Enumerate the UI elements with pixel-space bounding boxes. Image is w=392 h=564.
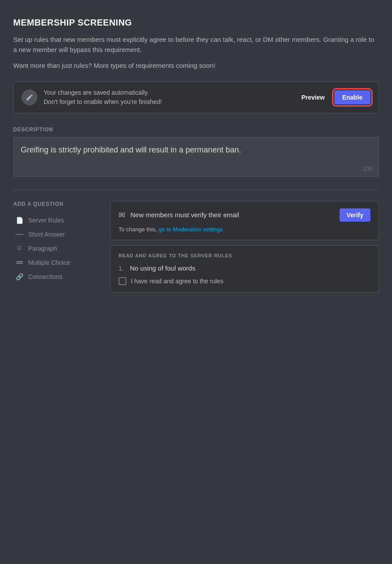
divider <box>13 190 379 190</box>
email-icon: ✉ <box>118 210 125 220</box>
connections-icon: 🔗 <box>15 272 24 281</box>
question-type-server-rules[interactable]: 📄 Server Rules <box>13 213 101 227</box>
question-type-short-answer[interactable]: — Short Answer <box>13 227 101 241</box>
char-count: 233 <box>363 166 372 172</box>
question-type-multiple-choice[interactable]: ≔ Multiple Choice <box>13 256 101 270</box>
verify-email-panel: ✉ New members must verify their email Ve… <box>110 201 379 240</box>
add-question-label: ADD A QUESTION <box>13 201 101 207</box>
pencil-svg <box>26 93 33 101</box>
preview-button[interactable]: Preview <box>297 91 329 104</box>
server-rules-title: READ AND AGREE TO THE SERVER RULES <box>118 253 370 258</box>
short-answer-icon: — <box>15 230 24 239</box>
server-rules-icon: 📄 <box>15 216 24 225</box>
server-rules-label: Server Rules <box>28 217 64 224</box>
question-type-connections[interactable]: 🔗 Connections <box>13 270 101 284</box>
agree-checkbox[interactable] <box>118 277 126 285</box>
question-types-panel: ADD A QUESTION 📄 Server Rules — Short An… <box>13 201 101 284</box>
rule-text-1: No using of foul words <box>130 264 195 272</box>
question-panels: ✉ New members must verify their email Ve… <box>110 201 379 293</box>
autosave-actions: Preview Enable <box>297 90 370 104</box>
verify-row: ✉ New members must verify their email Ve… <box>118 208 370 222</box>
rule-item-1: 1. No using of foul words <box>118 264 370 272</box>
autosave-text: Your changes are saved automatically. Do… <box>44 88 162 107</box>
pencil-icon <box>22 89 37 105</box>
add-question-section: ADD A QUESTION 📄 Server Rules — Short An… <box>13 201 379 293</box>
multiple-choice-icon: ≔ <box>15 258 24 267</box>
verify-sub: To change this, go to Moderation setting… <box>118 226 370 233</box>
verify-button[interactable]: Verify <box>340 208 370 222</box>
short-answer-label: Short Answer <box>28 231 65 238</box>
verify-text: New members must verify their email <box>130 211 239 219</box>
multiple-choice-label: Multiple Choice <box>28 259 70 266</box>
moderation-settings-link[interactable]: go to Moderation settings <box>159 226 223 233</box>
description-value: Greifing is strictly prohibited and will… <box>21 145 371 156</box>
page-title: MEMBERSHIP SCREENING <box>13 18 379 28</box>
description-paragraph-1: Set up rules that new members must expli… <box>13 35 379 55</box>
paragraph-label: Paragraph <box>28 245 57 252</box>
paragraph-icon: ≡ <box>15 244 24 253</box>
agree-row: I have read and agree to the rules <box>118 277 370 285</box>
rule-number-1: 1. <box>118 264 126 272</box>
verify-sub-text-before: To change this, <box>118 226 159 233</box>
connections-label: Connections <box>28 273 63 280</box>
verify-left: ✉ New members must verify their email <box>118 210 239 220</box>
question-type-paragraph[interactable]: ≡ Paragraph <box>13 241 101 256</box>
agree-label: I have read and agree to the rules <box>131 278 223 285</box>
autosave-line2: Don't forget to enable when you're finis… <box>44 97 162 107</box>
description-box[interactable]: Greifing is strictly prohibited and will… <box>13 137 379 177</box>
description-paragraph-2: Want more than just rules? More types of… <box>13 61 379 71</box>
enable-button[interactable]: Enable <box>334 90 370 104</box>
server-rules-panel: READ AND AGREE TO THE SERVER RULES 1. No… <box>110 245 379 293</box>
autosave-line1: Your changes are saved automatically. <box>44 88 162 97</box>
autosave-left: Your changes are saved automatically. Do… <box>22 88 162 107</box>
description-section-label: DESCRIPTION <box>13 126 379 133</box>
autosave-bar: Your changes are saved automatically. Do… <box>13 82 379 113</box>
